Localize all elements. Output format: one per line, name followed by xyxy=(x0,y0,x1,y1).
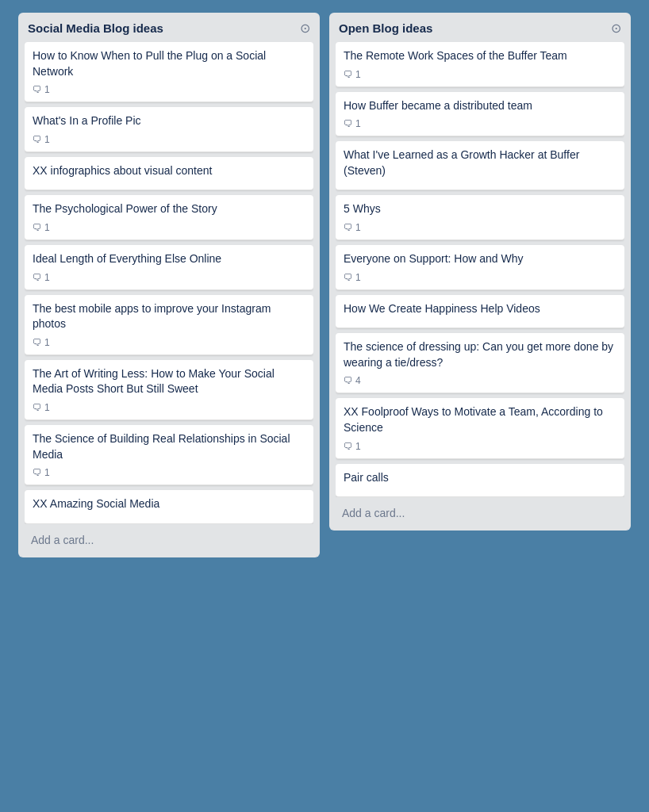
card[interactable]: The Remote Work Spaces of the Buffer Tea… xyxy=(336,42,624,87)
card[interactable]: Ideal Length of Everything Else Online🗨1 xyxy=(25,245,313,290)
card-title: The Psychological Power of the Story xyxy=(33,201,305,217)
comment-count: 1 xyxy=(355,69,361,80)
card-title: The Science of Building Real Relationshi… xyxy=(33,431,305,462)
comment-count: 4 xyxy=(355,375,361,386)
card-title: Everyone on Support: How and Why xyxy=(344,251,616,267)
comment-icon: 🗨 xyxy=(33,337,42,348)
card-title: XX Foolproof Ways to Motivate a Team, Ac… xyxy=(344,404,616,435)
card-title: How Buffer became a distributed team xyxy=(344,98,616,114)
card[interactable]: XX Amazing Social Media xyxy=(25,490,313,524)
card-meta: 🗨1 xyxy=(344,222,616,233)
comment-icon: 🗨 xyxy=(344,375,353,386)
card-title: How We Create Happiness Help Videos xyxy=(344,301,616,317)
comment-count: 1 xyxy=(355,222,361,233)
column-title: Social Media Blog ideas xyxy=(28,21,163,35)
card-meta: 🗨1 xyxy=(33,84,305,95)
column-social-media-blog-ideas: Social Media Blog ideas⊙How to Know When… xyxy=(18,13,320,557)
card-meta: 🗨1 xyxy=(33,467,305,478)
comment-icon: 🗨 xyxy=(33,272,42,283)
card[interactable]: XX Foolproof Ways to Motivate a Team, Ac… xyxy=(336,398,624,458)
column-header: Social Media Blog ideas⊙ xyxy=(25,21,313,42)
card-title: XX infographics about visual content xyxy=(33,163,305,179)
comment-count: 1 xyxy=(44,222,50,233)
card[interactable]: XX infographics about visual content xyxy=(25,157,313,191)
card[interactable]: What's In a Profile Pic🗨1 xyxy=(25,107,313,152)
card-meta: 🗨1 xyxy=(344,69,616,80)
card-title: How to Know When to Pull the Plug on a S… xyxy=(33,48,305,79)
board: Social Media Blog ideas⊙How to Know When… xyxy=(18,13,631,557)
comment-icon: 🗨 xyxy=(33,84,42,95)
card-meta: 🗨1 xyxy=(344,118,616,129)
comment-count: 1 xyxy=(44,337,50,348)
add-card-button[interactable]: Add a card... xyxy=(336,502,624,524)
comment-icon: 🗨 xyxy=(344,69,353,80)
card[interactable]: The Art of Writing Less: How to Make You… xyxy=(25,360,313,420)
card-title: 5 Whys xyxy=(344,201,616,217)
card-meta: 🗨1 xyxy=(33,134,305,145)
card-title: The science of dressing up: Can you get … xyxy=(344,339,616,370)
card-meta: 🗨1 xyxy=(344,272,616,283)
comment-count: 1 xyxy=(355,272,361,283)
card-title: What I've Learned as a Growth Hacker at … xyxy=(344,147,616,178)
column-header: Open Blog ideas⊙ xyxy=(336,21,624,42)
card[interactable]: What I've Learned as a Growth Hacker at … xyxy=(336,141,624,190)
card[interactable]: How We Create Happiness Help Videos xyxy=(336,295,624,329)
card-meta: 🗨1 xyxy=(33,222,305,233)
card-meta: 🗨1 xyxy=(33,272,305,283)
card[interactable]: How to Know When to Pull the Plug on a S… xyxy=(25,42,313,102)
card-meta: 🗨1 xyxy=(33,402,305,413)
card[interactable]: Everyone on Support: How and Why🗨1 xyxy=(336,245,624,290)
comment-count: 1 xyxy=(44,402,50,413)
comment-count: 1 xyxy=(44,272,50,283)
card-title: The Remote Work Spaces of the Buffer Tea… xyxy=(344,48,616,64)
card[interactable]: How Buffer became a distributed team🗨1 xyxy=(336,92,624,137)
column-menu-icon[interactable]: ⊙ xyxy=(300,21,310,36)
comment-icon: 🗨 xyxy=(33,467,42,478)
comment-icon: 🗨 xyxy=(344,222,353,233)
card[interactable]: 5 Whys🗨1 xyxy=(336,195,624,240)
card[interactable]: The science of dressing up: Can you get … xyxy=(336,333,624,393)
card-meta: 🗨4 xyxy=(344,375,616,386)
cards-container: How to Know When to Pull the Plug on a S… xyxy=(25,42,313,524)
comment-count: 1 xyxy=(355,441,361,452)
cards-container: The Remote Work Spaces of the Buffer Tea… xyxy=(336,42,624,497)
card-title: The Art of Writing Less: How to Make You… xyxy=(33,366,305,397)
card[interactable]: The best mobile apps to improve your Ins… xyxy=(25,295,313,355)
card-title: What's In a Profile Pic xyxy=(33,113,305,129)
comment-count: 1 xyxy=(44,467,50,478)
add-card-button[interactable]: Add a card... xyxy=(25,529,313,551)
column-open-blog-ideas: Open Blog ideas⊙The Remote Work Spaces o… xyxy=(329,13,631,530)
card-meta: 🗨1 xyxy=(344,441,616,452)
card-meta: 🗨1 xyxy=(33,337,305,348)
comment-icon: 🗨 xyxy=(344,118,353,129)
comment-icon: 🗨 xyxy=(33,222,42,233)
column-title: Open Blog ideas xyxy=(339,21,432,35)
comment-count: 1 xyxy=(44,134,50,145)
comment-icon: 🗨 xyxy=(344,441,353,452)
card-title: Pair calls xyxy=(344,470,616,486)
card-title: Ideal Length of Everything Else Online xyxy=(33,251,305,267)
card-title: XX Amazing Social Media xyxy=(33,496,305,512)
card-title: The best mobile apps to improve your Ins… xyxy=(33,301,305,332)
comment-count: 1 xyxy=(355,118,361,129)
card[interactable]: The Psychological Power of the Story🗨1 xyxy=(25,195,313,240)
comment-icon: 🗨 xyxy=(344,272,353,283)
comment-count: 1 xyxy=(44,84,50,95)
comment-icon: 🗨 xyxy=(33,402,42,413)
card[interactable]: The Science of Building Real Relationshi… xyxy=(25,425,313,485)
column-menu-icon[interactable]: ⊙ xyxy=(611,21,621,36)
card[interactable]: Pair calls xyxy=(336,464,624,498)
comment-icon: 🗨 xyxy=(33,134,42,145)
